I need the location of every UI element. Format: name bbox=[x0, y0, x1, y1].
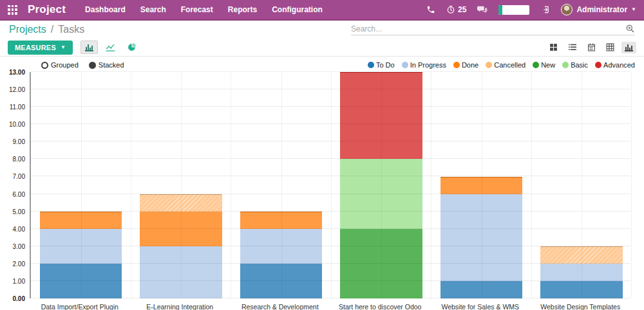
list-view-button[interactable] bbox=[565, 41, 580, 53]
y-tick-label: 9.00 bbox=[0, 138, 25, 145]
bar-segment-cancelled[interactable] bbox=[540, 246, 623, 264]
legend-dot-basic bbox=[562, 62, 569, 68]
bar-segment-to-do[interactable] bbox=[240, 264, 323, 298]
timer-count: 25 bbox=[458, 5, 466, 14]
search-zoom-icon[interactable] bbox=[625, 24, 635, 33]
legend-item-in-progress[interactable]: In Progress bbox=[402, 61, 446, 69]
legend-item-cancelled[interactable]: Cancelled bbox=[486, 61, 526, 69]
legend-dot-advanced bbox=[595, 62, 601, 68]
legend-dot-to-do bbox=[368, 62, 374, 68]
nav-item-forecast[interactable]: Forecast bbox=[181, 5, 213, 14]
bar-segment-basic[interactable] bbox=[340, 159, 422, 228]
nav-item-reports[interactable]: Reports bbox=[228, 5, 257, 14]
bar-website-for-sales-wms[interactable] bbox=[440, 177, 523, 299]
bar-segment-done[interactable] bbox=[440, 177, 523, 194]
progress-bar[interactable] bbox=[498, 5, 529, 15]
bar-e-learning-integration[interactable] bbox=[140, 194, 222, 298]
legend-item-advanced[interactable]: Advanced bbox=[595, 61, 635, 69]
sign-in-icon[interactable] bbox=[540, 5, 550, 14]
bar-column-start-here-to-discover-odoo bbox=[332, 72, 432, 298]
chart-mode-radios: GroupedStacked bbox=[41, 61, 124, 69]
bar-segment-in-progress[interactable] bbox=[40, 229, 122, 264]
kanban-view-button[interactable] bbox=[546, 41, 561, 53]
pivot-view-button[interactable] bbox=[603, 41, 618, 53]
bar-segment-cancelled[interactable] bbox=[140, 194, 222, 212]
legend-label-to-do: To Do bbox=[376, 61, 395, 69]
bar-segment-in-progress[interactable] bbox=[540, 264, 623, 281]
bar-segment-done[interactable] bbox=[40, 212, 122, 229]
bar-data-import-export-plugin[interactable] bbox=[40, 212, 122, 298]
x-tick-label: E-Learning Integration bbox=[130, 303, 231, 310]
bar-segment-in-progress[interactable] bbox=[440, 194, 523, 281]
radio-stacked[interactable]: Stacked bbox=[89, 61, 124, 69]
legend-dot-new bbox=[533, 62, 539, 68]
pie-chart-button[interactable] bbox=[123, 41, 140, 54]
graph-view-button[interactable] bbox=[621, 42, 636, 53]
y-tick-label: 4.00 bbox=[0, 226, 25, 233]
line-chart-button[interactable] bbox=[102, 41, 119, 54]
bar-segment-advanced[interactable] bbox=[340, 72, 422, 159]
bar-chart-button[interactable] bbox=[80, 41, 98, 54]
search-input[interactable] bbox=[351, 24, 625, 33]
caret-down-icon: ▼ bbox=[61, 45, 66, 50]
bar-column-website-for-sales-wms bbox=[431, 72, 532, 298]
breadcrumb-parent[interactable]: Projects bbox=[9, 24, 46, 35]
y-tick-label: 13.00 bbox=[0, 69, 25, 76]
bar-segment-done[interactable] bbox=[240, 212, 323, 229]
top-header: Project DashboardSearchForecastReportsCo… bbox=[0, 0, 644, 21]
x-tick-label: Website for Sales & WMS bbox=[430, 303, 531, 310]
chart-section: GroupedStacked To DoIn ProgressDoneCance… bbox=[0, 57, 644, 310]
legend-dot-done bbox=[453, 62, 460, 68]
caret-down-icon: ▼ bbox=[631, 7, 636, 12]
progress-bar-fill bbox=[498, 5, 502, 15]
top-nav: DashboardSearchForecastReportsConfigurat… bbox=[85, 5, 323, 14]
bar-segment-done[interactable] bbox=[140, 212, 222, 246]
bar-research-development[interactable] bbox=[240, 212, 323, 298]
legend-item-new[interactable]: New bbox=[533, 61, 555, 69]
bar-segment-new[interactable] bbox=[340, 229, 422, 298]
calendar-view-button[interactable] bbox=[584, 41, 599, 53]
bar-segment-in-progress[interactable] bbox=[240, 229, 323, 264]
x-axis-labels: Data Import/Export PluginE-Learning Inte… bbox=[30, 301, 630, 310]
measures-label: MEASURES bbox=[15, 44, 56, 51]
y-tick-label: 6.00 bbox=[0, 191, 25, 198]
apps-grid-icon[interactable] bbox=[8, 5, 17, 15]
y-tick-label: 5.00 bbox=[0, 208, 25, 215]
legend-label-cancelled: Cancelled bbox=[494, 61, 526, 69]
line-chart-icon bbox=[106, 43, 115, 51]
legend-item-basic[interactable]: Basic bbox=[562, 61, 588, 69]
nav-item-configuration[interactable]: Configuration bbox=[272, 5, 323, 14]
legend-label-basic: Basic bbox=[571, 61, 588, 69]
bar-segment-to-do[interactable] bbox=[440, 281, 523, 298]
timer-widget[interactable]: 25 bbox=[446, 5, 466, 14]
user-name: Administrator bbox=[576, 5, 627, 14]
legend-label-done: Done bbox=[462, 61, 478, 69]
chat-icon[interactable] bbox=[477, 5, 488, 14]
chart-legend: To DoIn ProgressDoneCancelledNewBasicAdv… bbox=[368, 61, 635, 69]
app-title: Project bbox=[28, 3, 66, 16]
search-bar bbox=[351, 24, 635, 35]
graph-toolbar: MEASURES ▼ bbox=[0, 39, 644, 57]
user-menu[interactable]: Administrator ▼ bbox=[561, 4, 636, 15]
bar-website-design-templates[interactable] bbox=[540, 246, 623, 298]
bar-segment-to-do[interactable] bbox=[540, 281, 623, 298]
nav-item-search[interactable]: Search bbox=[140, 5, 166, 14]
bar-segment-in-progress[interactable] bbox=[140, 246, 222, 298]
x-tick-label: Research & Development bbox=[230, 303, 330, 310]
measures-button[interactable]: MEASURES ▼ bbox=[8, 41, 73, 55]
legend-dot-in-progress bbox=[402, 62, 408, 68]
chart-type-group bbox=[80, 41, 140, 54]
y-tick-label: 11.00 bbox=[0, 104, 25, 111]
plot-area bbox=[30, 72, 630, 298]
y-tick-label: 2.00 bbox=[0, 260, 25, 268]
radio-grouped[interactable]: Grouped bbox=[41, 61, 79, 69]
radio-grouped-icon bbox=[41, 62, 48, 69]
bar-segment-to-do[interactable] bbox=[40, 264, 122, 298]
timer-icon bbox=[446, 5, 455, 14]
legend-item-to-do[interactable]: To Do bbox=[368, 61, 395, 69]
bar-start-here-to-discover-odoo[interactable] bbox=[340, 72, 422, 298]
nav-item-dashboard[interactable]: Dashboard bbox=[85, 5, 126, 14]
phone-icon[interactable] bbox=[426, 5, 435, 14]
control-panel-row: Projects / Tasks bbox=[0, 21, 644, 39]
legend-item-done[interactable]: Done bbox=[453, 61, 478, 69]
